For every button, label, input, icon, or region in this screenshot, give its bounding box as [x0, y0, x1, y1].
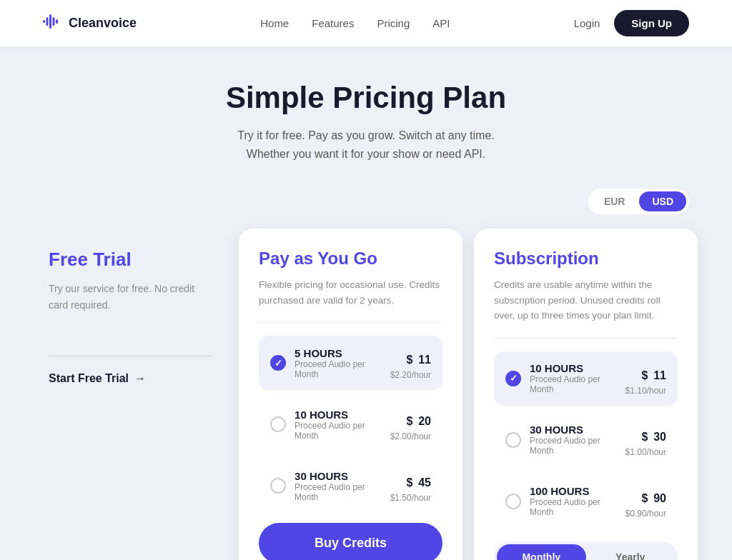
payg-option-2-text: 10 HOURS Proceed Audio per Month [295, 409, 390, 441]
sub-option-3-text: 100 HOURS Proceed Audio per Month [530, 485, 625, 517]
logo-text: Cleanvoice [69, 16, 137, 31]
navbar: Cleanvoice Home Features Pricing API Log… [0, 0, 732, 46]
sub-option-1-text: 10 HOURS Proceed Audio per Month [530, 362, 625, 394]
payg-price-big-3: $ 45 [390, 469, 431, 491]
nav-features[interactable]: Features [312, 17, 354, 29]
arrow-icon: → [134, 372, 146, 385]
nav-home[interactable]: Home [260, 17, 289, 29]
free-trial-desc: Try our service for free. No credit card… [49, 281, 213, 313]
svg-rect-0 [43, 20, 45, 23]
logo: Cleanvoice [43, 14, 137, 33]
payg-amount-2: 20 [418, 415, 431, 427]
payg-option-3[interactable]: 30 HOURS Proceed Audio per Month $ 45 $1… [259, 459, 442, 513]
sub-price-big-2: $ 30 [625, 423, 666, 446]
start-trial-link[interactable]: Start Free Trial → [49, 372, 213, 385]
payg-amount-1: 11 [418, 354, 431, 366]
payg-radio-2 [270, 416, 286, 432]
hero-desc-line1: Try it for free. Pay as you grow. Switch… [14, 126, 718, 145]
payg-price-2: $ 20 $2.00/hour [390, 407, 431, 441]
sub-option-2-text: 30 HOURS Proceed Audio per Month [530, 424, 625, 456]
sub-option-2-left: 30 HOURS Proceed Audio per Month [505, 424, 625, 456]
usd-button[interactable]: USD [639, 191, 686, 211]
payg-dollar-2: $ [407, 415, 413, 427]
payg-option-1[interactable]: 5 HOURS Proceed Audio per Month $ 11 $2.… [259, 336, 442, 390]
sub-amount-3: 90 [653, 492, 666, 504]
payg-hours-3: 30 HOURS [295, 470, 390, 482]
payg-option-3-text: 30 HOURS Proceed Audio per Month [295, 470, 390, 502]
sub-price-big-1: $ 11 [625, 361, 666, 384]
payg-option-2[interactable]: 10 HOURS Proceed Audio per Month $ 20 $2… [259, 397, 442, 451]
subscription-title: Subscription [494, 249, 678, 269]
payg-sub-3: Proceed Audio per Month [295, 482, 390, 502]
svg-rect-1 [46, 17, 49, 26]
svg-rect-3 [53, 17, 55, 26]
subscription-desc: Credits are usable anytime within the su… [494, 277, 678, 324]
login-button[interactable]: Login [574, 17, 600, 29]
payg-radio-3 [270, 478, 286, 494]
sub-price-3: $ 90 $0.90/hour [625, 484, 666, 519]
svg-rect-2 [49, 14, 51, 29]
sub-per-3: $0.90/hour [625, 509, 666, 519]
sub-sub-3: Proceed Audio per Month [530, 497, 625, 517]
subscription-card: Subscription Credits are usable anytime … [474, 229, 698, 560]
payg-option-1-left: 5 HOURS Proceed Audio per Month [270, 347, 390, 379]
signup-button[interactable]: Sign Up [614, 10, 689, 36]
payg-option-2-left: 10 HOURS Proceed Audio per Month [270, 409, 390, 441]
sub-per-1: $1.10/hour [625, 386, 666, 396]
sub-hours-3: 100 HOURS [530, 485, 625, 497]
nav-right: Login Sign Up [574, 10, 689, 36]
payg-price-big-1: $ 11 [390, 346, 431, 369]
logo-icon [43, 14, 63, 33]
sub-sub-1: Proceed Audio per Month [530, 374, 625, 394]
payg-desc: Flexible pricing for occasional use. Cre… [259, 277, 442, 308]
payg-title: Pay as You Go [259, 249, 442, 269]
payg-per-1: $2.20/hour [390, 370, 431, 380]
subscription-divider [494, 338, 678, 339]
pricing-grid: Free Trial Try our service for free. No … [0, 229, 732, 560]
sub-hours-2: 30 HOURS [530, 424, 625, 436]
payg-dollar-3: $ [407, 476, 413, 489]
nav-api[interactable]: API [432, 17, 450, 29]
sub-per-2: $1.00/hour [625, 447, 666, 457]
payg-hours-2: 10 HOURS [295, 409, 390, 421]
payg-per-3: $1.50/hour [390, 493, 431, 503]
free-trial-card: Free Trial Try our service for free. No … [29, 229, 233, 405]
page-title: Simple Pricing Plan [14, 81, 718, 115]
payg-price-big-2: $ 20 [390, 407, 431, 430]
currency-row: EUR USD [0, 180, 732, 229]
sub-hours-1: 10 HOURS [530, 362, 625, 374]
sub-price-big-3: $ 90 [625, 484, 666, 507]
payg-amount-3: 45 [418, 476, 431, 489]
payg-price-3: $ 45 $1.50/hour [390, 469, 431, 503]
sub-dollar-2: $ [642, 431, 648, 443]
free-trial-title: Free Trial [49, 249, 213, 271]
eur-button[interactable]: EUR [591, 191, 638, 211]
nav-pricing[interactable]: Pricing [377, 17, 410, 29]
sub-dollar-1: $ [642, 369, 648, 381]
sub-option-2[interactable]: 30 HOURS Proceed Audio per Month $ 30 $1… [494, 413, 678, 467]
billing-toggle: Monthly Yearly [494, 541, 678, 560]
payg-per-2: $2.00/hour [390, 431, 431, 441]
payg-price-1: $ 11 $2.20/hour [390, 346, 431, 380]
hero-desc-line2: Whether you want it for your show or nee… [14, 145, 718, 164]
payg-radio-1 [270, 355, 286, 371]
payg-hours-1: 5 HOURS [295, 347, 390, 359]
sub-price-2: $ 30 $1.00/hour [625, 423, 666, 457]
sub-amount-1: 11 [653, 369, 666, 381]
monthly-button[interactable]: Monthly [497, 544, 585, 560]
free-trial-divider [49, 356, 213, 356]
payg-option-3-left: 30 HOURS Proceed Audio per Month [270, 470, 390, 502]
sub-amount-2: 30 [653, 431, 666, 443]
buy-credits-button[interactable]: Buy Credits [259, 523, 442, 560]
payg-dollar-1: $ [407, 354, 413, 366]
hero-section: Simple Pricing Plan Try it for free. Pay… [0, 46, 732, 180]
currency-toggle: EUR USD [588, 189, 689, 214]
sub-price-1: $ 11 $1.10/hour [625, 361, 666, 396]
payg-card: Pay as You Go Flexible pricing for occas… [239, 229, 463, 560]
yearly-button[interactable]: Yearly [586, 544, 675, 560]
sub-option-3[interactable]: 100 HOURS Proceed Audio per Month $ 90 $… [494, 474, 678, 529]
sub-option-3-left: 100 HOURS Proceed Audio per Month [505, 485, 625, 517]
sub-option-1[interactable]: 10 HOURS Proceed Audio per Month $ 11 $1… [494, 351, 678, 406]
payg-divider [259, 322, 442, 323]
payg-option-1-text: 5 HOURS Proceed Audio per Month [295, 347, 390, 379]
